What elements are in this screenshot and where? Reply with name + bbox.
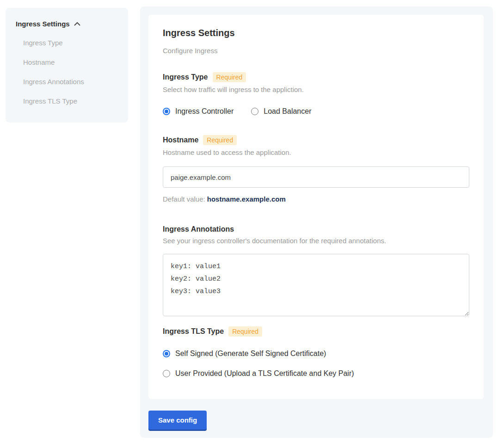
field-label-hostname: Hostname: [163, 136, 198, 144]
radio-user-provided[interactable]: [163, 370, 170, 377]
sidebar-item-ingress-annotations[interactable]: Ingress Annotations: [23, 78, 119, 86]
field-help-ingress-annotations: See your ingress controller's documentat…: [163, 237, 470, 245]
hostname-input[interactable]: [163, 166, 469, 188]
radio-option-ingress-controller[interactable]: Ingress Controller: [163, 107, 234, 116]
radio-label-self-signed[interactable]: Self Signed (Generate Self Signed Certif…: [175, 350, 326, 358]
sidebar-item-ingress-type[interactable]: Ingress Type: [23, 39, 119, 47]
radio-option-self-signed[interactable]: Self Signed (Generate Self Signed Certif…: [163, 350, 470, 358]
radio-option-user-provided[interactable]: User Provided (Upload a TLS Certificate …: [163, 369, 470, 378]
default-value-link[interactable]: hostname.example.com: [207, 195, 286, 203]
field-hostname: Hostname Required Hostname used to acces…: [163, 135, 470, 203]
radio-label-user-provided[interactable]: User Provided (Upload a TLS Certificate …: [175, 369, 354, 378]
radio-label-ingress-controller[interactable]: Ingress Controller: [175, 107, 234, 116]
field-ingress-tls-type: Ingress TLS Type Required Self Signed (G…: [163, 326, 470, 378]
hostname-default-line: Default value:hostname.example.com: [163, 195, 470, 203]
required-badge: Required: [203, 135, 237, 145]
field-help-ingress-type: Select how traffic will ingress to the a…: [163, 86, 470, 93]
field-help-hostname: Hostname used to access the application.: [163, 148, 470, 156]
field-label-ingress-tls-type: Ingress TLS Type: [163, 327, 224, 336]
sidebar-group-label: Ingress Settings: [16, 20, 70, 28]
ingress-annotations-textarea[interactable]: key1: value1 key2: value2 key3: value3: [163, 254, 469, 316]
default-value-prefix: Default value:: [163, 195, 205, 203]
radio-option-load-balancer[interactable]: Load Balancer: [251, 107, 311, 116]
field-label-ingress-type: Ingress Type: [163, 73, 208, 81]
required-badge: Required: [228, 326, 262, 337]
page-subtitle: Configure Ingress: [163, 47, 470, 55]
field-ingress-type: Ingress Type Required Select how traffic…: [163, 72, 470, 116]
chevron-up-icon: [74, 22, 80, 26]
page-title: Ingress Settings: [163, 28, 470, 38]
config-main-panel: Ingress Settings Configure Ingress Ingre…: [140, 6, 493, 438]
radio-label-load-balancer[interactable]: Load Balancer: [264, 107, 311, 116]
field-ingress-annotations: Ingress Annotations See your ingress con…: [163, 225, 470, 316]
required-badge: Required: [213, 72, 246, 82]
config-nav-sidebar: Ingress Settings Ingress Type Hostname I…: [6, 8, 128, 123]
radio-load-balancer[interactable]: [251, 108, 258, 115]
radio-self-signed[interactable]: [163, 350, 170, 357]
sidebar-group-ingress-settings[interactable]: Ingress Settings: [16, 20, 119, 28]
sidebar-item-ingress-tls-type[interactable]: Ingress TLS Type: [23, 97, 119, 105]
field-label-ingress-annotations: Ingress Annotations: [163, 225, 234, 233]
save-config-button[interactable]: Save config: [148, 411, 207, 430]
config-group-card: Ingress Settings Configure Ingress Ingre…: [148, 15, 484, 399]
sidebar-item-hostname[interactable]: Hostname: [23, 58, 119, 67]
radio-ingress-controller[interactable]: [163, 108, 170, 115]
